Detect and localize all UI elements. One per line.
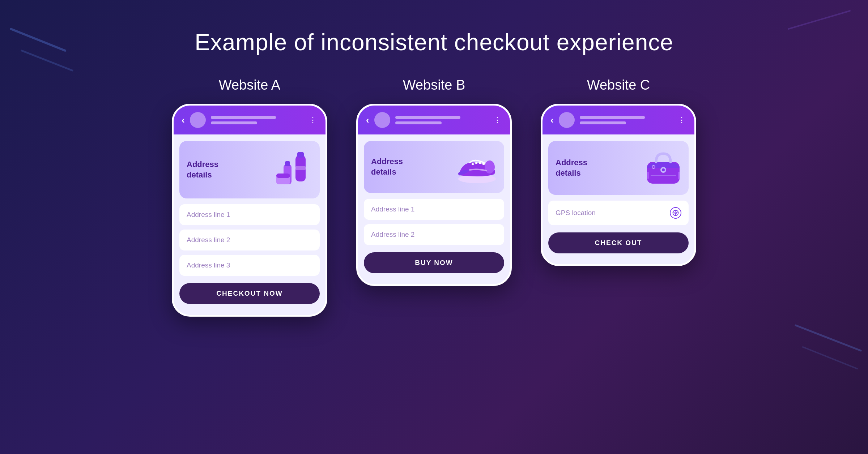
inputs-a: Address line 1 Address line 2 Address li… [174,204,326,276]
topbar-line-1-c [580,116,645,119]
website-b-label: Website B [403,77,465,93]
topbar-lines-b [395,116,488,124]
inputs-b: Address line 1 Address line 2 [358,199,510,245]
website-c-label: Website C [587,77,650,93]
svg-point-14 [475,162,477,164]
back-icon-c[interactable]: ‹ [550,115,554,126]
address-banner-b: Addressdetails [364,141,504,193]
phone-section-a: Website A ‹ ⋮ Addressdetails [172,77,327,317]
svg-rect-11 [276,174,290,178]
check-out-button-c[interactable]: CHECK OUT [548,232,689,253]
svg-rect-7 [295,166,306,170]
checkout-now-button-a[interactable]: CHECKOUT NOW [179,283,320,304]
back-icon-a[interactable]: ‹ [182,115,185,126]
topbar-line-2-b [395,121,442,124]
topbar-a: ‹ ⋮ [174,106,326,134]
svg-point-13 [472,163,474,165]
menu-icon-a[interactable]: ⋮ [309,115,318,125]
banner-text-c: Addressdetails [556,158,587,178]
menu-icon-c[interactable]: ⋮ [678,115,686,125]
topbar-line-1-b [395,116,460,119]
address-line-1-a[interactable]: Address line 1 [179,204,320,225]
avatar-b [374,112,390,128]
gps-placeholder: GPS location [556,209,596,217]
banner-text-a: Addressdetails [187,159,218,180]
product-image-c [643,148,683,188]
address-line-1-b[interactable]: Address line 1 [364,199,504,220]
topbar-b: ‹ ⋮ [358,106,510,134]
address-banner-a: Addressdetails [179,141,320,198]
website-a-label: Website A [219,77,280,93]
phone-section-b: Website B ‹ ⋮ Addressdetails [356,77,512,286]
avatar-a [190,112,206,128]
phone-frame-b: ‹ ⋮ Addressdetails [356,104,512,286]
svg-point-15 [479,162,481,164]
address-line-3-a[interactable]: Address line 3 [179,255,320,276]
svg-point-17 [485,160,495,174]
phones-container: Website A ‹ ⋮ Addressdetails [0,77,868,317]
banner-text-b: Addressdetails [371,157,403,177]
svg-line-3 [803,347,857,369]
gps-icon [670,207,681,219]
svg-point-20 [662,168,665,171]
address-line-2-a[interactable]: Address line 2 [179,230,320,250]
inputs-c: GPS location [542,201,694,225]
phone-frame-c: ‹ ⋮ Addressdetails [541,104,696,266]
menu-icon-b[interactable]: ⋮ [493,115,502,125]
address-banner-c: Addressdetails [548,141,689,195]
svg-point-31 [675,212,677,214]
topbar-lines-c [580,116,673,124]
phone-frame-a: ‹ ⋮ Addressdetails [172,104,327,317]
topbar-line-2-a [211,121,258,124]
phone-section-c: Website C ‹ ⋮ Addressdetails [541,77,696,266]
back-icon-b[interactable]: ‹ [366,115,369,126]
svg-rect-9 [285,161,290,166]
svg-point-25 [652,166,655,168]
topbar-line-2-c [580,121,626,124]
svg-rect-6 [297,152,304,158]
buy-now-button-b[interactable]: BUY NOW [364,252,504,273]
svg-point-16 [482,163,485,165]
address-line-2-b[interactable]: Address line 2 [364,224,504,245]
topbar-line-1-a [211,116,276,119]
svg-rect-23 [678,172,680,179]
topbar-c: ‹ ⋮ [542,106,694,134]
page-title: Example of inconsistent checkout experie… [0,0,868,56]
gps-location-field[interactable]: GPS location [548,201,689,225]
avatar-c [559,112,575,128]
product-image-a [275,148,314,191]
product-image-b [455,148,499,186]
svg-line-2 [796,325,861,351]
topbar-lines-a [211,116,304,124]
svg-rect-22 [647,172,649,179]
